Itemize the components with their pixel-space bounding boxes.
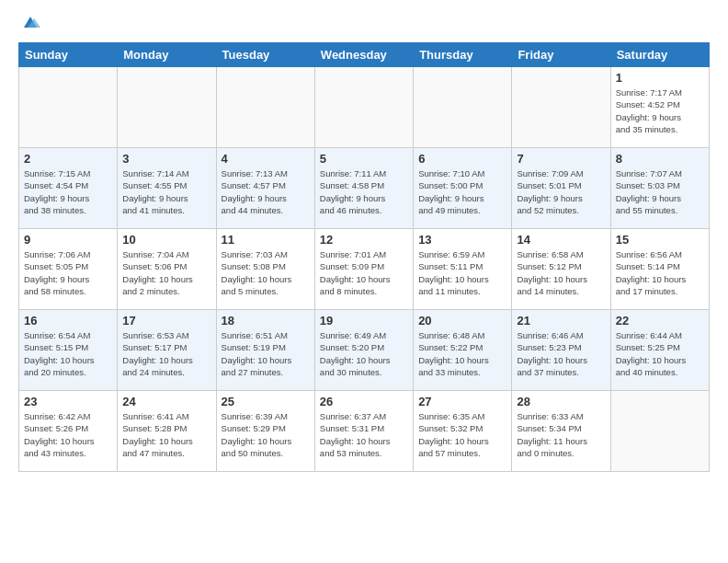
day-info: Sunrise: 6:51 AM Sunset: 5:19 PM Dayligh…: [222, 329, 310, 378]
day-number: 7: [517, 152, 605, 166]
col-header-sunday: Sunday: [19, 43, 118, 67]
day-number: 26: [320, 395, 408, 408]
col-header-monday: Monday: [118, 43, 216, 67]
day-cell: [216, 67, 314, 148]
day-info: Sunrise: 7:04 AM Sunset: 5:06 PM Dayligh…: [122, 248, 210, 297]
day-cell: 27Sunrise: 6:35 AM Sunset: 5:32 PM Dayli…: [414, 391, 512, 472]
day-number: 21: [517, 314, 605, 327]
day-info: Sunrise: 6:53 AM Sunset: 5:17 PM Dayligh…: [122, 329, 210, 378]
day-cell: 15Sunrise: 6:56 AM Sunset: 5:14 PM Dayli…: [610, 229, 709, 310]
day-cell: 26Sunrise: 6:37 AM Sunset: 5:31 PM Dayli…: [314, 391, 413, 472]
day-info: Sunrise: 6:54 AM Sunset: 5:15 PM Dayligh…: [24, 329, 112, 378]
day-number: 23: [24, 395, 112, 408]
day-cell: 24Sunrise: 6:41 AM Sunset: 5:28 PM Dayli…: [118, 391, 216, 472]
day-number: 8: [616, 152, 704, 166]
day-info: Sunrise: 6:49 AM Sunset: 5:20 PM Dayligh…: [320, 329, 408, 378]
day-info: Sunrise: 6:56 AM Sunset: 5:14 PM Dayligh…: [616, 248, 704, 297]
day-info: Sunrise: 6:58 AM Sunset: 5:12 PM Dayligh…: [517, 248, 605, 297]
day-cell: 1Sunrise: 7:17 AM Sunset: 4:52 PM Daylig…: [610, 67, 709, 148]
day-info: Sunrise: 7:17 AM Sunset: 4:52 PM Dayligh…: [616, 86, 704, 135]
day-number: 12: [320, 233, 408, 247]
day-cell: [118, 67, 216, 148]
day-cell: 11Sunrise: 7:03 AM Sunset: 5:08 PM Dayli…: [216, 229, 314, 310]
day-number: 22: [616, 314, 704, 327]
day-number: 11: [222, 233, 310, 247]
day-info: Sunrise: 6:35 AM Sunset: 5:32 PM Dayligh…: [418, 410, 506, 459]
col-header-tuesday: Tuesday: [216, 43, 314, 67]
day-info: Sunrise: 6:37 AM Sunset: 5:31 PM Dayligh…: [320, 410, 408, 459]
day-info: Sunrise: 7:01 AM Sunset: 5:09 PM Dayligh…: [320, 248, 408, 297]
day-cell: 4Sunrise: 7:13 AM Sunset: 4:57 PM Daylig…: [216, 148, 314, 229]
page-container: SundayMondayTuesdayWednesdayThursdayFrid…: [0, 0, 728, 487]
day-cell: 18Sunrise: 6:51 AM Sunset: 5:19 PM Dayli…: [216, 310, 314, 391]
day-number: 2: [24, 152, 112, 166]
day-cell: 19Sunrise: 6:49 AM Sunset: 5:20 PM Dayli…: [314, 310, 413, 391]
col-header-friday: Friday: [512, 43, 610, 67]
day-number: 10: [122, 233, 210, 247]
day-info: Sunrise: 6:33 AM Sunset: 5:34 PM Dayligh…: [517, 410, 605, 459]
day-cell: 14Sunrise: 6:58 AM Sunset: 5:12 PM Dayli…: [512, 229, 610, 310]
day-info: Sunrise: 7:07 AM Sunset: 5:03 PM Dayligh…: [616, 167, 704, 216]
day-info: Sunrise: 7:10 AM Sunset: 5:00 PM Dayligh…: [418, 167, 506, 216]
day-info: Sunrise: 6:42 AM Sunset: 5:26 PM Dayligh…: [24, 410, 112, 459]
day-number: 17: [122, 314, 210, 327]
header-row: SundayMondayTuesdayWednesdayThursdayFrid…: [19, 43, 710, 67]
col-header-saturday: Saturday: [610, 43, 709, 67]
day-cell: 5Sunrise: 7:11 AM Sunset: 4:58 PM Daylig…: [314, 148, 413, 229]
week-row-2: 2Sunrise: 7:15 AM Sunset: 4:54 PM Daylig…: [19, 148, 710, 229]
day-cell: [19, 67, 118, 148]
day-cell: 10Sunrise: 7:04 AM Sunset: 5:06 PM Dayli…: [118, 229, 216, 310]
day-cell: [610, 391, 709, 472]
day-info: Sunrise: 6:39 AM Sunset: 5:29 PM Dayligh…: [222, 410, 310, 459]
day-number: 18: [222, 314, 310, 327]
day-info: Sunrise: 6:59 AM Sunset: 5:11 PM Dayligh…: [418, 248, 506, 297]
day-cell: 25Sunrise: 6:39 AM Sunset: 5:29 PM Dayli…: [216, 391, 314, 472]
day-info: Sunrise: 7:11 AM Sunset: 4:58 PM Dayligh…: [320, 167, 408, 216]
day-cell: 9Sunrise: 7:06 AM Sunset: 5:05 PM Daylig…: [19, 229, 118, 310]
day-info: Sunrise: 6:48 AM Sunset: 5:22 PM Dayligh…: [418, 329, 506, 378]
day-info: Sunrise: 7:03 AM Sunset: 5:08 PM Dayligh…: [222, 248, 310, 297]
week-row-3: 9Sunrise: 7:06 AM Sunset: 5:05 PM Daylig…: [19, 229, 710, 310]
day-info: Sunrise: 7:09 AM Sunset: 5:01 PM Dayligh…: [517, 167, 605, 216]
day-cell: 21Sunrise: 6:46 AM Sunset: 5:23 PM Dayli…: [512, 310, 610, 391]
day-info: Sunrise: 7:06 AM Sunset: 5:05 PM Dayligh…: [24, 248, 112, 297]
day-number: 19: [320, 314, 408, 327]
day-cell: 20Sunrise: 6:48 AM Sunset: 5:22 PM Dayli…: [414, 310, 512, 391]
day-cell: 23Sunrise: 6:42 AM Sunset: 5:26 PM Dayli…: [19, 391, 118, 472]
day-number: 20: [418, 314, 506, 327]
day-cell: 7Sunrise: 7:09 AM Sunset: 5:01 PM Daylig…: [512, 148, 610, 229]
day-cell: 2Sunrise: 7:15 AM Sunset: 4:54 PM Daylig…: [19, 148, 118, 229]
day-cell: 12Sunrise: 7:01 AM Sunset: 5:09 PM Dayli…: [314, 229, 413, 310]
day-number: 3: [122, 152, 210, 166]
col-header-thursday: Thursday: [414, 43, 512, 67]
day-number: 28: [517, 395, 605, 408]
day-cell: [314, 67, 413, 148]
day-number: 13: [418, 233, 506, 247]
header: [18, 15, 710, 31]
col-header-wednesday: Wednesday: [314, 43, 413, 67]
week-row-4: 16Sunrise: 6:54 AM Sunset: 5:15 PM Dayli…: [19, 310, 710, 391]
day-cell: 8Sunrise: 7:07 AM Sunset: 5:03 PM Daylig…: [610, 148, 709, 229]
day-cell: 22Sunrise: 6:44 AM Sunset: 5:25 PM Dayli…: [610, 310, 709, 391]
day-number: 1: [616, 71, 704, 85]
day-info: Sunrise: 7:14 AM Sunset: 4:55 PM Dayligh…: [122, 167, 210, 216]
day-cell: [512, 67, 610, 148]
day-number: 24: [122, 395, 210, 408]
day-number: 5: [320, 152, 408, 166]
day-cell: 6Sunrise: 7:10 AM Sunset: 5:00 PM Daylig…: [414, 148, 512, 229]
week-row-1: 1Sunrise: 7:17 AM Sunset: 4:52 PM Daylig…: [19, 67, 710, 148]
day-info: Sunrise: 6:46 AM Sunset: 5:23 PM Dayligh…: [517, 329, 605, 378]
day-info: Sunrise: 6:41 AM Sunset: 5:28 PM Dayligh…: [122, 410, 210, 459]
day-number: 9: [24, 233, 112, 247]
logo: [18, 15, 40, 31]
day-cell: 3Sunrise: 7:14 AM Sunset: 4:55 PM Daylig…: [118, 148, 216, 229]
day-number: 6: [418, 152, 506, 166]
day-number: 16: [24, 314, 112, 327]
day-cell: [414, 67, 512, 148]
week-row-5: 23Sunrise: 6:42 AM Sunset: 5:26 PM Dayli…: [19, 391, 710, 472]
day-number: 14: [517, 233, 605, 247]
day-cell: 16Sunrise: 6:54 AM Sunset: 5:15 PM Dayli…: [19, 310, 118, 391]
calendar-table: SundayMondayTuesdayWednesdayThursdayFrid…: [18, 42, 710, 472]
day-info: Sunrise: 6:44 AM Sunset: 5:25 PM Dayligh…: [616, 329, 704, 378]
day-number: 25: [222, 395, 310, 408]
